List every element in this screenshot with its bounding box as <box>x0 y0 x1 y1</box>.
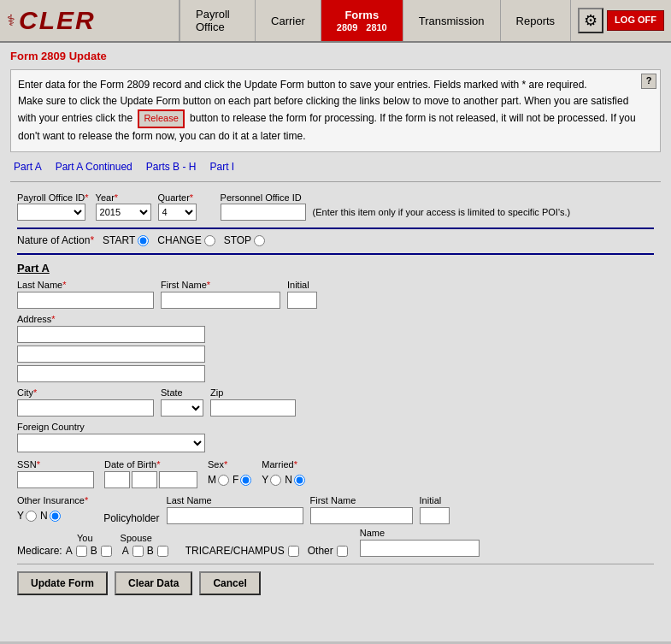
married-n-label[interactable]: N <box>285 474 305 486</box>
personnel-office-input[interactable] <box>221 204 306 221</box>
other-name-input[interactable] <box>360 540 480 557</box>
ssn-input[interactable] <box>17 471 94 488</box>
married-radios: Y N <box>262 471 305 488</box>
medicare-label-text: Medicare: <box>17 545 62 557</box>
tricare-checkbox[interactable] <box>288 546 299 557</box>
medicare-sp-b-text: B <box>147 545 154 557</box>
city-group: City* <box>17 387 154 417</box>
address-fields <box>17 326 654 382</box>
you-spouse-labels: You Spouse <box>77 533 168 543</box>
ins-n-label[interactable]: N <box>40 510 61 522</box>
married-y-label[interactable]: Y <box>262 474 281 486</box>
logoff-label: LOG OFF <box>615 15 656 25</box>
first-name-input[interactable] <box>161 292 280 309</box>
noa-stop-label[interactable]: STOP <box>224 234 265 246</box>
tab-payroll[interactable]: Payroll Office <box>180 0 256 41</box>
foreign-country-select[interactable] <box>17 434 205 452</box>
noa-change-radio[interactable] <box>204 235 215 246</box>
noa-stop-radio[interactable] <box>254 235 265 246</box>
sex-m-radio[interactable] <box>218 475 229 486</box>
dob-group: Date of Birth* <box>104 459 197 488</box>
year-select[interactable]: 2010201120122013201420152016201720182019… <box>96 204 151 221</box>
sex-f-radio[interactable] <box>240 475 251 486</box>
dob-year[interactable] <box>159 471 197 488</box>
address-line2[interactable] <box>17 346 205 363</box>
policyholder-row: Policyholder <box>103 512 159 524</box>
city-state-zip-row: City* State Zip <box>17 387 654 417</box>
nav-link-parts-b-h[interactable]: Parts B - H <box>146 161 197 173</box>
payroll-office-id-select[interactable] <box>17 204 85 221</box>
logoff-button[interactable]: LOG OFF <box>607 10 664 30</box>
year-label: Year* <box>96 192 151 203</box>
zip-label: Zip <box>210 387 296 398</box>
zip-input[interactable] <box>210 399 296 417</box>
name-row: Last Name* First Name* Initial <box>17 280 654 309</box>
medicare-you-b[interactable] <box>101 546 112 557</box>
tab-reports[interactable]: Reports <box>501 0 572 41</box>
medicare-sp-b[interactable] <box>157 546 168 557</box>
dob-month[interactable] <box>104 471 130 488</box>
first-name-label: First Name* <box>161 280 280 290</box>
personnel-office-group: Personnel Office ID (Enter this item onl… <box>221 192 571 221</box>
city-label: City* <box>17 387 154 398</box>
bottom-divider <box>17 564 654 564</box>
personnel-note: (Enter this item only if your access is … <box>313 207 571 217</box>
nav-area: Payroll Office Carrier Forms 2809 2810 T… <box>180 0 571 41</box>
address-line3[interactable] <box>17 365 205 382</box>
ins-y-label[interactable]: Y <box>17 510 37 522</box>
state-select[interactable] <box>161 399 203 417</box>
ins-first-name-input[interactable] <box>310 507 413 524</box>
medicare-checks: Medicare: A B A B <box>17 545 168 557</box>
dob-day[interactable] <box>132 471 157 488</box>
tab-carrier[interactable]: Carrier <box>256 0 321 41</box>
sex-f-label[interactable]: F <box>232 474 251 486</box>
noa-start-radio[interactable] <box>138 235 149 246</box>
tab-transmission[interactable]: Transmission <box>403 0 501 41</box>
last-name-input[interactable] <box>17 292 154 309</box>
payroll-row: Payroll Office ID* Year* 201020112012201… <box>17 192 654 221</box>
personnel-office-label: Personnel Office ID <box>221 192 571 203</box>
clear-data-button[interactable]: Clear Data <box>115 571 192 595</box>
other-checkbox[interactable] <box>337 546 348 557</box>
sex-m-label[interactable]: M <box>208 474 229 486</box>
blue-divider-2 <box>17 253 654 255</box>
ins-last-name-label: Last Name <box>167 495 303 505</box>
ins-last-name-input[interactable] <box>167 507 303 524</box>
help-icon[interactable]: ? <box>641 74 656 89</box>
nav-link-part-i[interactable]: Part I <box>209 161 234 173</box>
release-btn-inline[interactable]: Release <box>138 109 184 128</box>
noa-change-label[interactable]: CHANGE <box>157 234 215 246</box>
logo-area: ⚕ CLER <box>0 0 180 41</box>
quarter-select[interactable]: 1234 <box>158 204 197 221</box>
noa-start-label[interactable]: START <box>103 234 149 246</box>
other-ins-group: Other Insurance* Y N <box>17 495 88 524</box>
nav-link-part-a[interactable]: Part A <box>14 161 42 173</box>
initial-input[interactable] <box>287 292 317 309</box>
nav-link-part-a-continued[interactable]: Part A Continued <box>56 161 132 173</box>
tab-forms[interactable]: Forms 2809 2810 <box>321 0 403 41</box>
married-n-radio[interactable] <box>294 475 305 486</box>
sub-tab-2809[interactable]: 2809 <box>337 22 357 32</box>
address-section: Address* <box>17 314 654 382</box>
address-line1[interactable] <box>17 326 205 343</box>
personnel-office-row: (Enter this item only if your access is … <box>221 204 571 221</box>
blue-divider-1 <box>17 227 654 229</box>
married-y-radio[interactable] <box>270 475 281 486</box>
city-input[interactable] <box>17 399 154 417</box>
ins-n-radio[interactable] <box>50 511 61 522</box>
medicare-you-a[interactable] <box>76 546 87 557</box>
insurance-section: Other Insurance* Y N . <box>17 495 654 557</box>
ins-initial-input[interactable] <box>420 507 450 524</box>
medicare-sp-a[interactable] <box>132 546 144 557</box>
tab-reports-label: Reports <box>516 15 556 27</box>
cancel-button[interactable]: Cancel <box>199 571 260 595</box>
last-name-label: Last Name* <box>17 280 154 290</box>
policyholder-group: . Policyholder <box>103 500 159 524</box>
ins-initial-group: Initial <box>420 495 450 524</box>
gear-button[interactable]: ⚙ <box>578 8 603 33</box>
logo-text: CLER <box>19 6 96 35</box>
sub-tab-2810[interactable]: 2810 <box>366 22 386 32</box>
last-name-group: Last Name* <box>17 280 154 309</box>
ins-y-radio[interactable] <box>26 511 37 522</box>
update-form-button[interactable]: Update Form <box>17 571 108 595</box>
